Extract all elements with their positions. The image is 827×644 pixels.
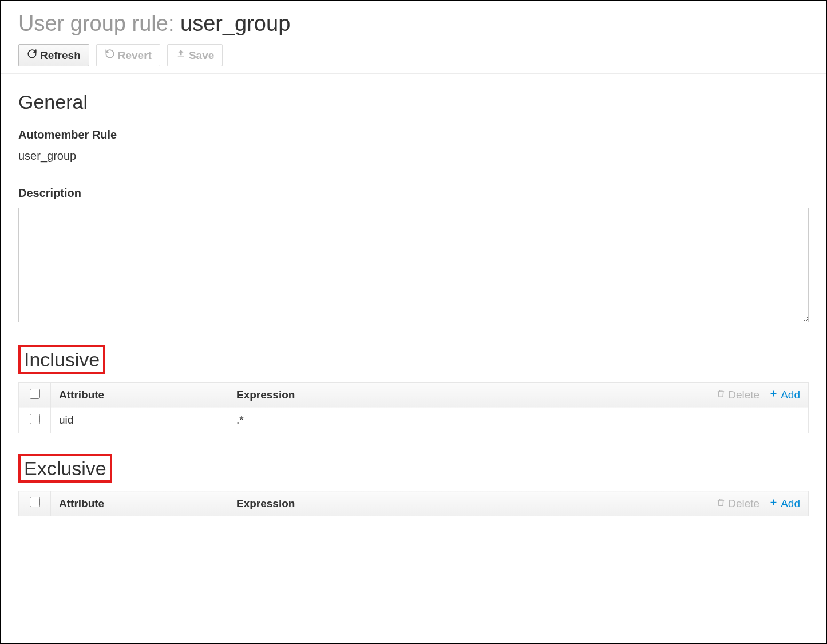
exclusive-attribute-header: Attribute: [51, 491, 228, 516]
inclusive-row-attribute: uid: [51, 408, 228, 433]
inclusive-row-checkbox[interactable]: [30, 414, 40, 424]
inclusive-heading: Inclusive: [24, 347, 100, 372]
revert-button[interactable]: Revert: [96, 44, 160, 66]
inclusive-expression-header-label: Expression: [236, 389, 295, 401]
automember-rule-label: Automember Rule: [18, 128, 809, 141]
page-title-value: user_group: [180, 11, 290, 35]
inclusive-add-label: Add: [781, 389, 800, 401]
table-row: uid .*: [19, 408, 809, 433]
description-textarea[interactable]: [18, 208, 809, 322]
inclusive-row-expression: .*: [228, 408, 809, 433]
inclusive-delete-label: Delete: [728, 389, 759, 401]
refresh-label: Refresh: [40, 49, 81, 62]
inclusive-delete-link[interactable]: Delete: [716, 389, 759, 401]
inclusive-expression-header: Expression Delete: [228, 382, 809, 408]
save-label: Save: [189, 49, 214, 62]
exclusive-add-label: Add: [781, 497, 800, 510]
refresh-icon: [27, 49, 37, 62]
exclusive-expression-header: Expression Delete: [228, 491, 809, 516]
exclusive-highlight: Exclusive: [18, 454, 112, 483]
plus-icon: [769, 389, 778, 401]
page-title-prefix: User group rule:: [18, 11, 180, 35]
save-button[interactable]: Save: [167, 44, 223, 66]
exclusive-delete-link[interactable]: Delete: [716, 497, 759, 510]
undo-icon: [105, 49, 115, 62]
exclusive-add-link[interactable]: Add: [769, 497, 800, 510]
inclusive-attribute-header: Attribute: [51, 382, 228, 408]
trash-icon: [716, 389, 726, 401]
refresh-button[interactable]: Refresh: [18, 44, 89, 66]
exclusive-expression-header-label: Expression: [236, 497, 295, 510]
exclusive-delete-label: Delete: [728, 497, 759, 510]
toolbar: Refresh Revert Save: [1, 42, 826, 74]
inclusive-table: Attribute Expression Delete: [18, 382, 809, 433]
trash-icon: [716, 497, 726, 510]
general-heading: General: [18, 91, 809, 113]
plus-icon: [769, 497, 778, 510]
page-title: User group rule: user_group: [1, 1, 826, 42]
upload-icon: [176, 49, 186, 62]
revert-label: Revert: [118, 49, 152, 62]
exclusive-heading: Exclusive: [24, 456, 106, 481]
description-label: Description: [18, 187, 809, 200]
exclusive-select-all-checkbox[interactable]: [30, 497, 40, 507]
inclusive-highlight: Inclusive: [18, 345, 105, 374]
automember-rule-value: user_group: [18, 149, 809, 163]
exclusive-table: Attribute Expression Delete: [18, 491, 809, 516]
inclusive-add-link[interactable]: Add: [769, 389, 800, 401]
inclusive-select-all-checkbox[interactable]: [30, 389, 40, 399]
